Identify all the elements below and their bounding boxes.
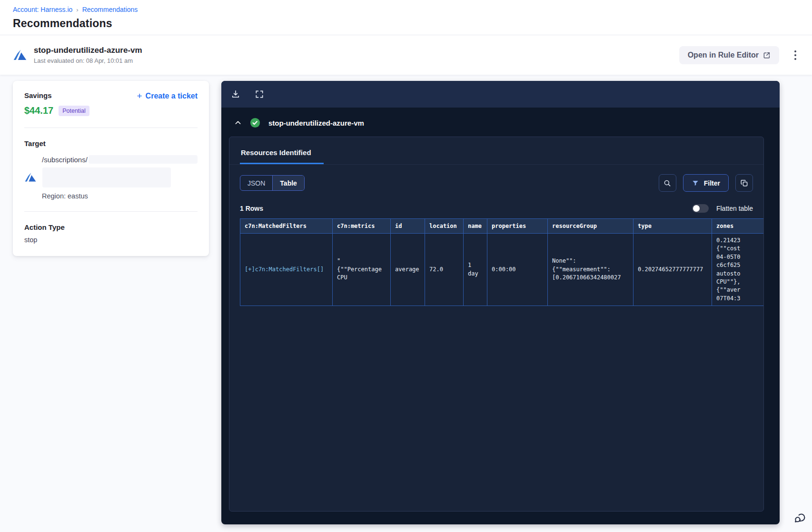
divider [24, 128, 198, 128]
filter-label: Filter [704, 179, 720, 187]
view-json-button[interactable]: JSON [240, 176, 272, 190]
resources-card: Resources Identified JSON Table [229, 137, 764, 512]
chevron-up-icon[interactable] [234, 119, 242, 127]
kebab-icon[interactable] [792, 48, 799, 63]
column-header: name [464, 219, 487, 234]
target-label: Target [24, 139, 198, 148]
column-header: properties [487, 219, 548, 234]
last-evaluated-text: Last evaluated on: 08 Apr, 10:01 am [34, 57, 142, 64]
tab-resources-identified[interactable]: Resources Identified [240, 148, 324, 164]
savings-amount: $44.17 [24, 105, 53, 116]
download-icon[interactable] [231, 89, 240, 99]
create-ticket-button[interactable]: + Create a ticket [137, 91, 198, 100]
redacted-text [42, 167, 171, 187]
savings-label: Savings [24, 91, 52, 99]
view-table-button[interactable]: Table [272, 176, 304, 190]
recommendation-title: stop-underutilized-azure-vm [34, 46, 142, 55]
breadcrumb-account-link[interactable]: Account: Harness.io [13, 6, 72, 13]
toggle-knob [693, 205, 700, 212]
column-header: id [391, 219, 425, 234]
filter-icon [692, 179, 699, 187]
filter-button[interactable]: Filter [683, 174, 729, 192]
rule-result-header[interactable]: stop-underutilized-azure-vm [221, 108, 780, 136]
cell-metrics: " {""Percentage CPU [333, 234, 391, 306]
fullscreen-icon[interactable] [255, 89, 264, 99]
target-path: /subscriptions/ [42, 156, 88, 164]
plus-icon: + [137, 91, 142, 100]
cell-zones: 0.21423 {""cost 04-05T0 c6cf625 autosto … [712, 234, 764, 306]
cell-location: 72.0 [425, 234, 464, 306]
copy-icon [740, 179, 749, 187]
azure-icon [24, 171, 37, 184]
table-meta-row: 1 Rows Flatten table [229, 192, 763, 213]
execution-output-panel: stop-underutilized-azure-vm Resources Id… [221, 81, 780, 524]
region-text: Region: eastus [24, 192, 198, 200]
breadcrumb: Account: Harness.io › Recommendations [13, 6, 799, 13]
breadcrumb-separator: › [76, 6, 78, 13]
column-header: location [425, 219, 464, 234]
rule-result-title: stop-underutilized-azure-vm [268, 119, 364, 127]
chat-icon[interactable] [792, 511, 808, 526]
table-row: [+]c7n:MatchedFilters[] " {""Percentage … [240, 234, 764, 306]
cell-resource-group: None"": {""measurement"": [0.20671066342… [548, 234, 634, 306]
column-header: c7n:MatchedFilters [240, 219, 333, 234]
table-controls: JSON Table Filter [229, 165, 763, 192]
expand-matched-filters-link[interactable]: [+]c7n:MatchedFilters[] [240, 234, 333, 306]
rows-count: 1 Rows [240, 205, 263, 212]
column-header: zones [712, 219, 764, 234]
open-rule-editor-button[interactable]: Open in Rule Editor [679, 46, 779, 64]
column-header: resourceGroup [548, 219, 634, 234]
flatten-table-toggle[interactable] [692, 204, 709, 213]
top-bar: Account: Harness.io › Recommendations Re… [0, 0, 812, 35]
check-circle-icon [250, 118, 260, 128]
azure-icon [13, 48, 27, 62]
open-rule-editor-label: Open in Rule Editor [688, 51, 759, 59]
flatten-table-label: Flatten table [716, 205, 753, 212]
content-area: Savings + Create a ticket $44.17 Potenti… [0, 75, 812, 524]
resources-table: c7n:MatchedFilters c7n:metrics id locati… [240, 218, 763, 306]
column-header: type [634, 219, 712, 234]
copy-button[interactable] [735, 174, 753, 192]
breadcrumb-recommendations-link[interactable]: Recommendations [82, 6, 138, 13]
tabs-bar: Resources Identified [229, 137, 763, 165]
recommendation-heading: stop-underutilized-azure-vm Last evaluat… [34, 46, 142, 64]
external-link-icon [763, 51, 771, 59]
cell-type: 0.20274652777777777 [634, 234, 712, 306]
table-header-row: c7n:MatchedFilters c7n:metrics id locati… [240, 219, 764, 234]
redacted-text [89, 155, 198, 164]
savings-card: Savings + Create a ticket $44.17 Potenti… [13, 81, 209, 256]
action-type-value: stop [24, 236, 198, 244]
potential-badge: Potential [59, 106, 89, 116]
page-title: Recommendations [13, 17, 799, 30]
page: Account: Harness.io › Recommendations Re… [0, 0, 812, 532]
recommendation-header: stop-underutilized-azure-vm Last evaluat… [0, 35, 812, 75]
search-icon [663, 179, 672, 187]
create-ticket-label: Create a ticket [146, 92, 198, 100]
cell-id: average [391, 234, 425, 306]
search-button[interactable] [659, 174, 676, 192]
table-container: c7n:MatchedFilters c7n:metrics id locati… [240, 218, 763, 306]
cell-name: 1 day [464, 234, 487, 306]
panel-toolbar [221, 81, 780, 108]
action-type-label: Action Type [24, 223, 198, 231]
column-header: c7n:metrics [333, 219, 391, 234]
divider [24, 211, 198, 212]
view-mode-toggle: JSON Table [240, 175, 305, 191]
cell-properties: 0:00:00 [487, 234, 548, 306]
